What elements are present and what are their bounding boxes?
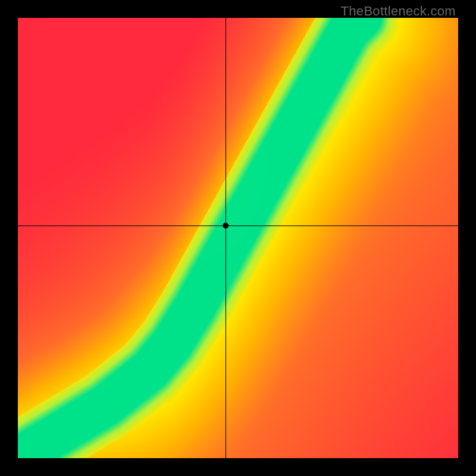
chart-frame: TheBottleneck.com [0, 0, 476, 476]
bottleneck-heatmap [18, 18, 458, 458]
plot-area [18, 18, 458, 458]
watermark-text: TheBottleneck.com [341, 4, 456, 19]
